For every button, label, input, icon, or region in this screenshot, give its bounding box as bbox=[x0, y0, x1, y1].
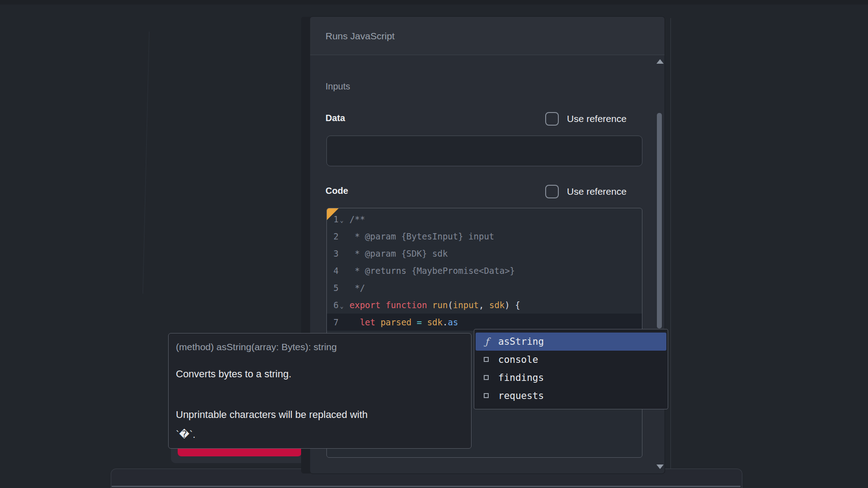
method-note-line1: Unprintable characters will be replaced … bbox=[176, 409, 368, 421]
scrollbar-thumb[interactable] bbox=[657, 113, 662, 328]
scroll-up-icon[interactable] bbox=[656, 59, 664, 64]
line-number: 2 bbox=[327, 228, 339, 245]
completion-label: console bbox=[498, 351, 538, 369]
line-number: 3 bbox=[327, 245, 339, 262]
background-panel-divider bbox=[670, 18, 671, 469]
completion-item-asString[interactable]: ƒasString bbox=[476, 333, 666, 351]
method-note-line2: `�`. bbox=[176, 429, 195, 441]
window-top-strip bbox=[0, 0, 868, 5]
data-field-label: Data bbox=[326, 113, 345, 123]
data-input[interactable] bbox=[326, 136, 642, 166]
code-line-2[interactable]: 2 * @param {BytesInput} input bbox=[327, 228, 642, 245]
data-use-reference-checkbox[interactable] bbox=[545, 112, 559, 126]
line-number: 7 bbox=[327, 314, 339, 331]
code-use-reference-label: Use reference bbox=[567, 186, 627, 197]
fold-chevron-icon[interactable]: ⌄ bbox=[340, 212, 348, 229]
app-background: { "panel": { "header_title": "Runs JavaS… bbox=[0, 0, 868, 488]
scroll-down-icon[interactable] bbox=[656, 465, 664, 469]
completion-info-tooltip: (method) asString(array: Bytes): string … bbox=[168, 333, 472, 449]
code-text: export function run(input, sdk) { bbox=[349, 296, 520, 314]
line-number: 5 bbox=[327, 279, 339, 296]
completion-label: findings bbox=[498, 369, 544, 387]
panel-header: Runs JavaScript bbox=[310, 17, 665, 55]
code-line-5[interactable]: 5 */ bbox=[327, 279, 642, 296]
code-use-reference-checkbox[interactable] bbox=[545, 185, 559, 198]
variable-icon bbox=[481, 387, 493, 405]
code-text: */ bbox=[349, 279, 365, 296]
code-line-4[interactable]: 4 * @returns {MaybePromise<Data>} bbox=[327, 262, 642, 279]
completion-item-console[interactable]: console bbox=[476, 351, 666, 369]
method-signature: (method) asString(array: Bytes): string bbox=[176, 342, 337, 352]
function-icon: ƒ bbox=[481, 333, 493, 351]
code-text: * @returns {MaybePromise<Data>} bbox=[349, 262, 515, 279]
code-line-1[interactable]: 1⌄/** bbox=[327, 211, 642, 228]
panel-title: Runs JavaScript bbox=[326, 17, 395, 55]
code-text: /** bbox=[349, 211, 365, 228]
completion-item-findings[interactable]: findings bbox=[476, 369, 666, 387]
code-text: * @param {SDK} sdk bbox=[349, 245, 448, 262]
workflow-edge-line bbox=[142, 32, 150, 294]
completion-item-requests[interactable]: requests bbox=[476, 387, 666, 405]
code-text: * @param {BytesInput} input bbox=[349, 228, 494, 245]
variable-icon bbox=[481, 351, 493, 369]
variable-icon bbox=[481, 369, 493, 387]
method-description: Converts bytes to a string. bbox=[176, 368, 292, 380]
code-field-label: Code bbox=[326, 186, 348, 196]
fold-chevron-icon[interactable]: ⌄ bbox=[340, 298, 348, 315]
line-number: 1 bbox=[327, 211, 339, 228]
completion-label: asString bbox=[498, 333, 544, 351]
code-line-6[interactable]: 6⌄export function run(input, sdk) { bbox=[327, 296, 642, 314]
line-number: 4 bbox=[327, 262, 339, 279]
autocomplete-dropdown: ƒasStringconsolefindingsrequests bbox=[474, 329, 668, 409]
line-number: 6 bbox=[327, 296, 339, 314]
inputs-section-label: Inputs bbox=[326, 81, 350, 92]
code-lines: 1⌄/**2 * @param {BytesInput} input3 * @p… bbox=[327, 211, 642, 331]
code-text: let parsed = sdk.as bbox=[349, 314, 458, 331]
code-line-7[interactable]: 7 let parsed = sdk.as bbox=[327, 314, 642, 331]
data-use-reference-label: Use reference bbox=[567, 113, 627, 124]
completion-label: requests bbox=[498, 387, 544, 405]
background-bottom-panel-line bbox=[112, 486, 741, 487]
code-line-3[interactable]: 3 * @param {SDK} sdk bbox=[327, 245, 642, 262]
